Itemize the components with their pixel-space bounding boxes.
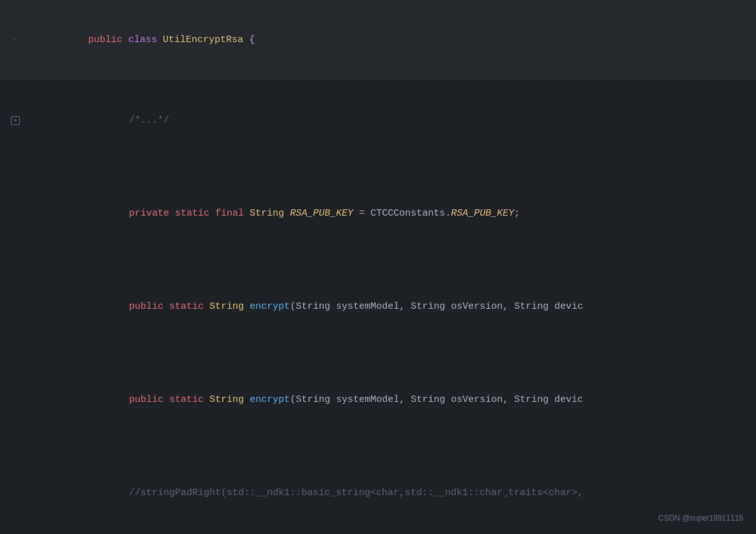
- method-encrypt-2: encrypt: [250, 394, 290, 405]
- table-row: − public class UtilEncryptRsa {: [0, 0, 756, 80]
- line-content-1: public class UtilEncryptRsa {: [32, 0, 756, 80]
- table-row: public static String encrypt(String syst…: [0, 267, 756, 347]
- line-content-3: private static final String RSA_PUB_KEY …: [32, 174, 756, 254]
- line-content-5: public static String encrypt(String syst…: [32, 360, 756, 440]
- comment-stringpadright: //stringPadRight(std::__ndk1::basic_stri…: [129, 487, 583, 498]
- gutter-marker-1: −: [11, 36, 21, 45]
- type-string: String: [250, 208, 284, 219]
- class-name: UtilEncryptRsa: [163, 34, 243, 45]
- code-editor: − public class UtilEncryptRsa { + /*...*…: [0, 0, 756, 534]
- gutter-marker-2: +: [11, 116, 21, 125]
- keyword-public: public: [88, 34, 123, 45]
- line-content-4: public static String encrypt(String syst…: [32, 267, 756, 347]
- method-encrypt-1: encrypt: [250, 301, 290, 312]
- kw-final: final: [215, 208, 244, 219]
- kw-static-2: static: [169, 301, 204, 312]
- type-string-3: String: [209, 394, 244, 405]
- const-rsa-pub-key-2: RSA_PUB_KEY: [451, 208, 514, 219]
- gutter-1: −: [0, 36, 32, 45]
- const-rsa-pub-key: RSA_PUB_KEY: [290, 208, 353, 219]
- expand-icon-2[interactable]: +: [11, 116, 20, 125]
- table-row: [0, 161, 756, 174]
- line-content-6: //stringPadRight(std::__ndk1::basic_stri…: [32, 453, 756, 533]
- table-row: //stringPadRight(std::__ndk1::basic_stri…: [0, 453, 756, 533]
- brace-open: {: [249, 34, 255, 45]
- kw-private: private: [129, 208, 169, 219]
- table-row: private static final String RSA_PUB_KEY …: [0, 174, 756, 254]
- table-row: [0, 347, 756, 360]
- comment-block: /*...*/: [129, 115, 169, 126]
- line-content-2: /*...*/: [32, 80, 756, 161]
- keyword-class: class: [128, 34, 157, 45]
- table-row: [0, 254, 756, 267]
- kw-public-3: public: [129, 394, 163, 405]
- fold-icon-1[interactable]: −: [11, 36, 20, 45]
- table-row: [0, 440, 756, 453]
- code-lines: − public class UtilEncryptRsa { + /*...*…: [0, 0, 756, 534]
- type-string-2: String: [209, 301, 244, 312]
- kw-public-2: public: [129, 301, 163, 312]
- gutter-2: +: [0, 116, 32, 125]
- table-row: + /*...*/: [0, 80, 756, 161]
- kw-static: static: [175, 208, 209, 219]
- watermark: CSDN @super19911115: [658, 514, 743, 523]
- table-row: public static String encrypt(String syst…: [0, 360, 756, 440]
- kw-static-3: static: [169, 394, 204, 405]
